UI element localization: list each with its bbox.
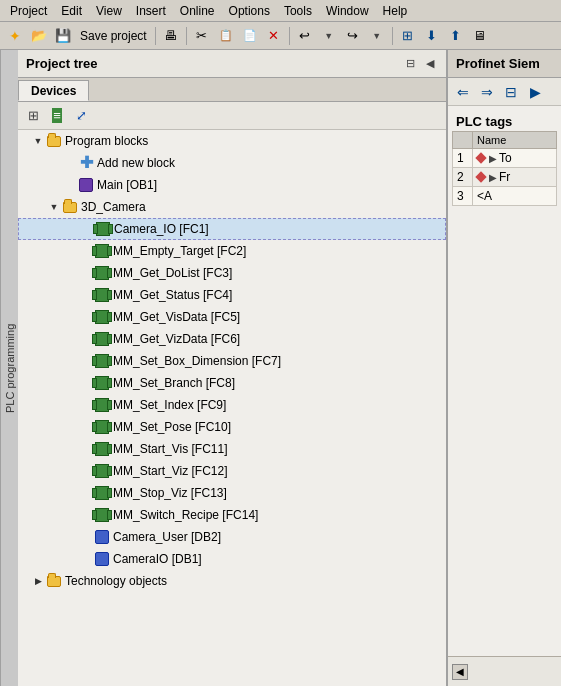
copy-button[interactable]: 📋 [215,25,237,47]
cut-button[interactable]: ✂ [191,25,213,47]
panel-grid-icon[interactable]: ⊟ [402,56,418,72]
tag-row-1[interactable]: 1 ▶ To [453,149,557,168]
print-button[interactable]: 🖶 [160,25,182,47]
tree-item-mm-set-index[interactable]: MM_Set_Index [FC9] [18,394,446,416]
tree-item-mm-get-status[interactable]: MM_Get_Status [FC4] [18,284,446,306]
expand-program-blocks[interactable]: ▼ [30,133,46,149]
right-tb-btn-4[interactable]: ▶ [524,81,546,103]
tree-item-mm-get-visdata[interactable]: MM_Get_VisData [FC5] [18,306,446,328]
tree-item-cameraio-db1[interactable]: CameraIO [DB1] [18,548,446,570]
upload-button[interactable]: ⬆ [445,25,467,47]
paste-icon: 📄 [243,29,257,42]
new-button[interactable]: ✦ [4,25,26,47]
right-tb-icon-3: ⊟ [505,84,517,100]
right-tb-btn-1[interactable]: ⇐ [452,81,474,103]
fc-icon-mm-get-visdata [94,309,110,325]
label-camera-user-db2: Camera_User [DB2] [113,530,221,544]
menubar: Project Edit View Insert Online Options … [0,0,561,22]
plc-tags-table: Name 1 ▶ To [452,131,557,206]
tree-item-program-blocks[interactable]: ▼ Program blocks [18,130,446,152]
tree-item-mm-start-viz[interactable]: MM_Start_Viz [FC12] [18,460,446,482]
right-tb-icon-2: ⇒ [481,84,493,100]
right-tb-btn-3[interactable]: ⊟ [500,81,522,103]
menu-tools[interactable]: Tools [278,2,318,20]
toolbar-sep-4 [392,27,393,45]
expand-technology[interactable]: ▶ [30,573,46,589]
tree-item-add-new-block[interactable]: ✚ Add new block [18,152,446,174]
fc-icon-mm-get-dolist [94,265,110,281]
menu-online[interactable]: Online [174,2,221,20]
panel-title: Project tree [26,56,98,71]
delete-button[interactable]: ✕ [263,25,285,47]
right-panel: Profinet Siem ⇐ ⇒ ⊟ ▶ PLC tags [448,50,561,686]
paste-button[interactable]: 📄 [239,25,261,47]
toolbar-sep-2 [186,27,187,45]
tree-item-mm-get-dolist[interactable]: MM_Get_DoList [FC3] [18,262,446,284]
undo-button[interactable]: ↩ [294,25,316,47]
fc-icon-mm-empty [94,243,110,259]
compile-icon: ⊞ [402,28,413,43]
menu-project[interactable]: Project [4,2,53,20]
tag-arr-icon-1: ▶ [489,153,497,164]
label-main-ob1: Main [OB1] [97,178,157,192]
tree-item-camera-user-db2[interactable]: Camera_User [DB2] [18,526,446,548]
tree-content[interactable]: ▼ Program blocks ✚ Add new block [18,130,446,686]
menu-help[interactable]: Help [377,2,414,20]
tree-item-3d-camera[interactable]: ▼ 3D_Camera [18,196,446,218]
tree-item-mm-start-vis[interactable]: MM_Start_Vis [FC11] [18,438,446,460]
plc-tags-label: PLC tags [452,110,557,131]
menu-view[interactable]: View [90,2,128,20]
menu-options[interactable]: Options [223,2,276,20]
tree-item-camera-io-fc1[interactable]: Camera_IO [FC1] [18,218,446,240]
plc-tags-section: PLC tags Name 1 ▶ [448,106,561,210]
label-mm-get-status: MM_Get_Status [FC4] [113,288,232,302]
tag-row-3[interactable]: 3 <A [453,187,557,206]
label-mm-set-index: MM_Set_Index [FC9] [113,398,226,412]
fc-icon-mm-set-pose [94,419,110,435]
tree-toolbar: ⊞ ≡ ⤢ [18,102,446,130]
tree-view-btn[interactable]: ⊞ [22,105,44,127]
tree-item-technology-objects[interactable]: ▶ Technology objects [18,570,446,592]
ob-icon-main [78,177,94,193]
panel-collapse-icon[interactable]: ◀ [422,56,438,72]
panel-controls: ⊟ ◀ [402,56,438,72]
tag-row-num-2: 2 [453,168,473,187]
scroll-left-button[interactable]: ◀ [452,664,468,680]
menu-window[interactable]: Window [320,2,375,20]
undo2-button[interactable]: ▼ [318,25,340,47]
tree-item-mm-empty-target[interactable]: MM_Empty_Target [FC2] [18,240,446,262]
fc-icon-mm-set-branch [94,375,110,391]
redo-button[interactable]: ↪ [342,25,364,47]
fc-icon-mm-get-vizdata [94,331,110,347]
compile-button[interactable]: ⊞ [397,25,419,47]
undo-icon: ↩ [299,28,310,43]
tab-devices[interactable]: Devices [18,80,89,101]
tree-item-mm-stop-viz[interactable]: MM_Stop_Viz [FC13] [18,482,446,504]
tag-row-2[interactable]: 2 ▶ Fr [453,168,557,187]
expand-3d-camera[interactable]: ▼ [46,199,62,215]
redo2-button[interactable]: ▼ [366,25,388,47]
save-button[interactable]: 💾 [52,25,74,47]
download-button[interactable]: ⬇ [421,25,443,47]
right-tb-btn-2[interactable]: ⇒ [476,81,498,103]
label-cameraio-db1: CameraIO [DB1] [113,552,202,566]
tree-item-mm-switch-recipe[interactable]: MM_Switch_Recipe [FC14] [18,504,446,526]
redo-icon: ↪ [347,28,358,43]
tree-item-mm-get-vizdata[interactable]: MM_Get_VizData [FC6] [18,328,446,350]
label-program-blocks: Program blocks [65,134,148,148]
menu-edit[interactable]: Edit [55,2,88,20]
tree-item-mm-set-branch[interactable]: MM_Set_Branch [FC8] [18,372,446,394]
tree-item-mm-set-box-dimension[interactable]: MM_Set_Box_Dimension [FC7] [18,350,446,372]
tag-arr-icon-2: ▶ [489,172,497,183]
save-project-label: Save project [76,29,151,43]
tree-item-mm-set-pose[interactable]: MM_Set_Pose [FC10] [18,416,446,438]
online-button[interactable]: 🖥 [469,25,491,47]
folder-icon-technology [46,573,62,589]
menu-insert[interactable]: Insert [130,2,172,20]
tree-expand-btn[interactable]: ⤢ [70,105,92,127]
db-icon-camera-user [94,529,110,545]
tree-list-btn[interactable]: ≡ [46,105,68,127]
tree-item-main-ob1[interactable]: Main [OB1] [18,174,446,196]
open-button[interactable]: 📂 [28,25,50,47]
copy-icon: 📋 [219,29,233,42]
